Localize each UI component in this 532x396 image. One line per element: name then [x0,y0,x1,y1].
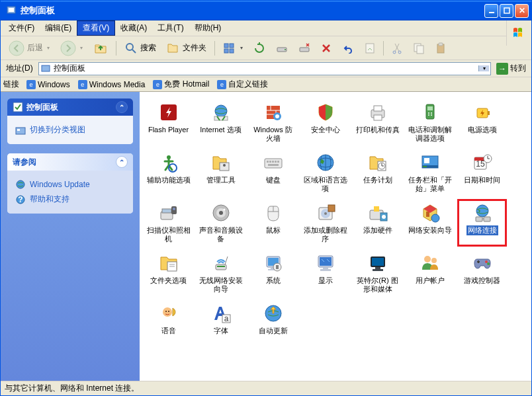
folders-button[interactable]: 文件夹 [163,40,210,57]
cp-item-netwiz[interactable]: 网络安装向导 [405,199,455,247]
minimize-button[interactable] [484,4,498,18]
item-label: Windows 防火墙 [249,125,297,143]
item-label: 用户帐户 [414,276,446,286]
accessibility-icon [157,151,180,174]
svg-point-6 [126,44,133,50]
link-custom[interactable]: e自定义链接 [214,79,271,90]
display-icon [314,252,337,274]
search-button[interactable]: 搜索 [120,40,160,57]
sync-button[interactable] [249,40,269,56]
folder-icon [157,252,180,274]
cp-item-power[interactable]: 电源选项 [457,99,507,146]
svg-rect-25 [17,129,20,131]
windows-update-link[interactable]: Windows Update [15,177,125,192]
cp-item-wireless[interactable]: 无线网络安装向导 [196,249,245,297]
drive-icon [276,42,288,54]
cp-item-update[interactable]: 自动更新 [248,299,298,338]
forward-icon [60,40,76,56]
cp-item-printer[interactable]: 打印机和传真 [353,99,402,146]
menu-favorites[interactable]: 收藏(A) [115,21,152,35]
disconnect-drive-button[interactable] [294,40,314,56]
menu-help[interactable]: 帮助(H) [189,21,227,35]
cp-item-internet[interactable]: Internet 选项 [196,99,245,146]
back-button[interactable]: 后退 [5,38,54,58]
cp-item-phone[interactable]: 电话和调制解调器选项 [405,99,455,146]
cp-item-intel[interactable]: 英特尔(R) 图形和媒体 [353,249,402,297]
address-field[interactable]: ▾ [38,62,491,75]
collapse-icon[interactable]: ⌃ [116,101,128,113]
panel-header[interactable]: 控制面板 ⌃ [7,99,133,116]
scanner-icon [157,202,180,224]
sound-icon [210,202,232,224]
close-button[interactable]: ✕ [515,4,529,18]
cp-item-mouse[interactable]: 鼠标 [248,199,298,247]
panel-header[interactable]: 请参阅 ⌃ [7,153,133,171]
cp-item-accessibility[interactable]: 辅助功能选项 [144,149,193,196]
cp-item-keyboard[interactable]: 键盘 [248,149,298,196]
item-label: 系统 [265,276,282,286]
icon-view[interactable]: Flash PlayerInternet 选项Windows 防火墙安全中心打印… [140,92,531,381]
cp-item-display[interactable]: 显示 [300,249,350,297]
paste-icon [435,42,446,54]
cp-item-users[interactable]: 用户帐户 [405,249,455,297]
paste-button[interactable] [431,40,450,56]
cp-item-tasks[interactable]: 任务计划 [353,149,402,196]
collapse-icon[interactable]: ⌃ [116,156,128,168]
svg-rect-98 [484,217,490,221]
properties-button[interactable] [361,40,379,56]
svg-rect-1 [9,8,14,12]
menu-view[interactable]: 查看(V) [77,20,115,36]
title-bar[interactable]: 控制面板 ✕ [1,1,531,20]
switch-view-link[interactable]: 切换到分类视图 [15,122,125,138]
cp-item-firewall[interactable]: Windows 防火墙 [248,99,298,146]
cp-item-fonts[interactable]: a字体 [196,299,245,338]
svg-point-53 [223,164,226,167]
item-label: 语音 [160,326,177,336]
help-support-link[interactable]: ? 帮助和支持 [15,192,125,207]
cp-item-sound[interactable]: 声音和音频设备 [196,199,245,247]
map-drive-button[interactable] [272,40,292,56]
delete-button[interactable] [317,41,335,56]
ie-icon: e [217,80,226,89]
delete-icon [321,43,332,54]
up-button[interactable] [89,39,112,58]
cp-item-addhw[interactable]: 添加硬件 [353,199,402,247]
link-hotmail[interactable]: e免费 Hotmail [150,79,212,90]
menu-tools[interactable]: 工具(T) [152,21,189,35]
cp-item-scanner[interactable]: 扫描仪和照相机 [144,199,193,247]
cp-item-admin[interactable]: 管理工具 [196,149,245,196]
keyboard-icon [262,151,285,174]
item-label: 管理工具 [205,175,237,185]
cp-item-netconn[interactable]: 网络连接 [457,199,507,247]
cp-item-flash[interactable]: Flash Player [144,99,193,146]
go-button[interactable]: → 转到 [494,63,529,75]
address-dropdown[interactable]: ▾ [478,65,489,71]
copy-button[interactable] [409,40,429,56]
undo-button[interactable] [338,41,358,56]
cp-item-datetime[interactable]: 15日期和时间 [457,149,507,196]
views-button[interactable] [219,40,247,56]
netwiz-icon [419,202,441,224]
menu-edit[interactable]: 编辑(E) [40,21,77,35]
panel-see-also: 请参阅 ⌃ Windows Update ? 帮助和支持 [7,153,133,214]
cp-item-addremove[interactable]: 添加或删除程序 [300,199,350,247]
svg-rect-69 [424,158,429,163]
item-label: 声音和音频设备 [197,225,245,244]
cp-item-security[interactable]: 安全中心 [300,99,350,146]
cp-item-game[interactable]: 游戏控制器 [457,249,507,297]
cut-button[interactable] [388,40,406,56]
cp-item-system[interactable]: 系统 [248,249,298,297]
cp-item-speech[interactable]: 语音 [144,299,193,338]
item-label: 网络安装向导 [407,225,453,235]
menu-file[interactable]: 文件(F) [3,21,40,35]
item-label: Internet 选项 [199,125,242,135]
link-windows[interactable]: eWindows [23,80,73,89]
cp-item-taskbar[interactable]: 任务栏和「开始」菜单 [405,149,455,196]
svg-point-126 [168,311,169,312]
address-input[interactable] [51,64,478,73]
forward-button[interactable] [56,38,87,58]
cp-item-folder[interactable]: 文件夹选项 [144,249,193,297]
maximize-button[interactable] [500,4,513,18]
cp-item-region[interactable]: 区域和语言选项 [300,149,350,196]
link-windows-media[interactable]: eWindows Media [75,80,149,89]
